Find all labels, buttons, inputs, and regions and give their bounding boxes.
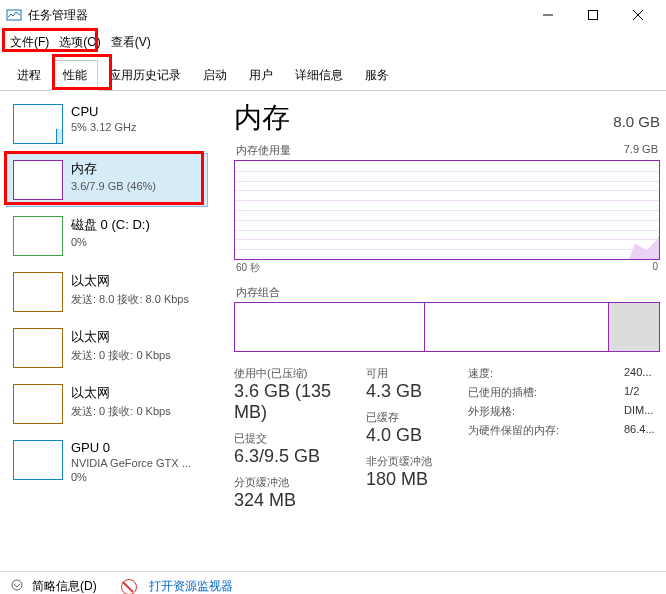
tab-performance[interactable]: 性能 <box>52 60 98 91</box>
svg-point-5 <box>12 580 22 590</box>
stat-cached-label: 已缓存 <box>366 410 456 425</box>
tab-startup[interactable]: 启动 <box>192 60 238 91</box>
stat-available-value: 4.3 GB <box>366 381 456 402</box>
sidebar-item-label: 内存 <box>71 160 156 178</box>
memory-detail-pane: 内存 8.0 GB 内存使用量 7.9 GB 60 秒 0 内存组合 使用中(已… <box>214 91 666 571</box>
sidebar-item-gpu[interactable]: GPU 0 NVIDIA GeForce GTX ... 0% <box>6 433 208 490</box>
usage-max: 7.9 GB <box>624 143 658 158</box>
open-resource-monitor-link[interactable]: 打开资源监视器 <box>149 578 233 594</box>
memory-composition-chart[interactable] <box>234 302 660 352</box>
stat-nonpaged-label: 非分页缓冲池 <box>366 454 456 469</box>
performance-sidebar[interactable]: CPU 5% 3.12 GHz 内存 3.6/7.9 GB (46%) 磁盘 0… <box>0 91 214 571</box>
sidebar-item-label: 以太网 <box>71 328 171 346</box>
slots-label: 已使用的插槽: <box>468 385 537 400</box>
ethernet-thumb-icon <box>13 328 63 368</box>
form-label: 外形规格: <box>468 404 515 419</box>
cpu-thumb-icon <box>13 104 63 144</box>
time-right: 0 <box>652 261 658 275</box>
stat-paged-label: 分页缓冲池 <box>234 475 354 490</box>
sidebar-item-sub: 3.6/7.9 GB (46%) <box>71 180 156 192</box>
sidebar-item-label: CPU <box>71 104 136 119</box>
total-memory: 8.0 GB <box>613 113 660 130</box>
sidebar-item-sub: 0% <box>71 236 150 248</box>
sidebar-item-sub: NVIDIA GeForce GTX ... <box>71 457 191 469</box>
minimize-button[interactable] <box>525 0 570 30</box>
reserved-label: 为硬件保留的内存: <box>468 423 559 438</box>
time-left: 60 秒 <box>236 261 260 275</box>
form-value: DIM... <box>624 404 660 419</box>
stat-paged-value: 324 MB <box>234 490 354 511</box>
sidebar-item-sub: 发送: 8.0 接收: 8.0 Kbps <box>71 292 189 307</box>
sidebar-item-sub: 发送: 0 接收: 0 Kbps <box>71 404 171 419</box>
ethernet-thumb-icon <box>13 384 63 424</box>
disk-thumb-icon <box>13 216 63 256</box>
resmon-icon <box>121 579 137 595</box>
stat-cached-value: 4.0 GB <box>366 425 456 446</box>
chevron-down-icon[interactable] <box>10 579 24 594</box>
menubar: 文件(F) 选项(O) 查看(V) <box>0 30 666 57</box>
sidebar-item-ethernet-2[interactable]: 以太网 发送: 0 接收: 0 Kbps <box>6 377 208 431</box>
app-icon <box>6 7 22 23</box>
usage-label: 内存使用量 <box>236 143 291 158</box>
sidebar-item-sub: 发送: 0 接收: 0 Kbps <box>71 348 171 363</box>
slots-value: 1/2 <box>624 385 660 400</box>
sidebar-item-ethernet-1[interactable]: 以太网 发送: 0 接收: 0 Kbps <box>6 321 208 375</box>
tab-apphistory[interactable]: 应用历史记录 <box>98 60 192 91</box>
speed-label: 速度: <box>468 366 493 381</box>
reserved-value: 86.4... <box>624 423 660 438</box>
stat-nonpaged-value: 180 MB <box>366 469 456 490</box>
sidebar-item-sub2: 0% <box>71 471 191 483</box>
stat-available-label: 可用 <box>366 366 456 381</box>
tab-processes[interactable]: 进程 <box>6 60 52 91</box>
memory-usage-chart[interactable] <box>234 160 660 260</box>
fewer-details-button[interactable]: 简略信息(D) <box>32 578 97 594</box>
menu-view[interactable]: 查看(V) <box>107 32 155 53</box>
sidebar-item-label: 磁盘 0 (C: D:) <box>71 216 150 234</box>
gpu-thumb-icon <box>13 440 63 480</box>
stat-committed-label: 已提交 <box>234 431 354 446</box>
stat-in-use-value: 3.6 GB (135 MB) <box>234 381 354 423</box>
sidebar-item-label: 以太网 <box>71 384 171 402</box>
ethernet-thumb-icon <box>13 272 63 312</box>
tab-details[interactable]: 详细信息 <box>284 60 354 91</box>
sidebar-item-memory[interactable]: 内存 3.6/7.9 GB (46%) <box>6 153 208 207</box>
sidebar-item-cpu[interactable]: CPU 5% 3.12 GHz <box>6 97 208 151</box>
stat-in-use-label: 使用中(已压缩) <box>234 366 354 381</box>
tab-strip: 进程 性能 应用历史记录 启动 用户 详细信息 服务 <box>0 59 666 91</box>
titlebar: 任务管理器 <box>0 0 666 30</box>
memory-thumb-icon <box>13 160 63 200</box>
tab-users[interactable]: 用户 <box>238 60 284 91</box>
stat-committed-value: 6.3/9.5 GB <box>234 446 354 467</box>
sidebar-item-label: 以太网 <box>71 272 189 290</box>
tab-services[interactable]: 服务 <box>354 60 400 91</box>
sidebar-item-ethernet-0[interactable]: 以太网 发送: 8.0 接收: 8.0 Kbps <box>6 265 208 319</box>
speed-value: 240... <box>624 366 660 381</box>
window-title: 任务管理器 <box>28 7 88 24</box>
sidebar-item-label: GPU 0 <box>71 440 191 455</box>
sidebar-item-disk[interactable]: 磁盘 0 (C: D:) 0% <box>6 209 208 263</box>
pane-title: 内存 <box>234 99 290 137</box>
composition-label: 内存组合 <box>236 285 280 300</box>
maximize-button[interactable] <box>570 0 615 30</box>
menu-options[interactable]: 选项(O) <box>55 32 104 53</box>
menu-file[interactable]: 文件(F) <box>6 32 53 53</box>
footer: 简略信息(D) 打开资源监视器 <box>0 571 666 594</box>
sidebar-item-sub: 5% 3.12 GHz <box>71 121 136 133</box>
close-button[interactable] <box>615 0 660 30</box>
svg-rect-2 <box>588 11 597 20</box>
